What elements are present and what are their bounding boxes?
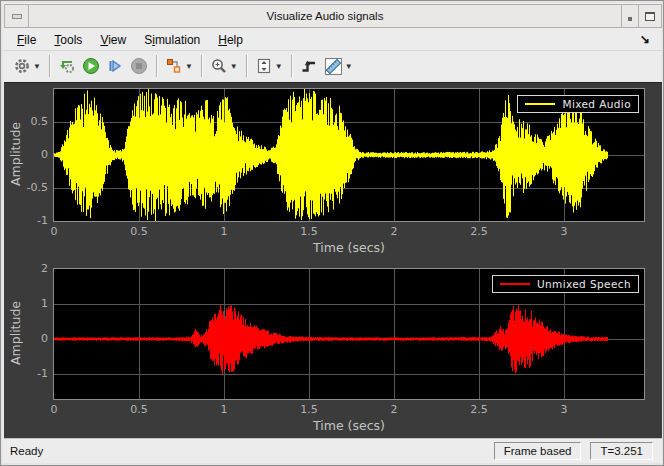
measurements-button[interactable]: ▼ (322, 54, 355, 78)
x-tick-label: 1 (221, 403, 228, 416)
x-tick-label: 0.5 (130, 403, 148, 416)
menu-item-tools[interactable]: Tools (45, 31, 91, 49)
toolbar-separator (246, 55, 247, 77)
magnifier-plus-icon (210, 57, 228, 75)
chevron-down-icon[interactable]: ▼ (33, 62, 41, 71)
unmixed-speech-plot[interactable]: Unmixed Speech (53, 268, 645, 400)
x-axis-label: Time (secs) (313, 418, 385, 433)
x-tick-label: 0.5 (130, 225, 148, 238)
toolbar-separator (201, 55, 202, 77)
step-forward-icon (106, 57, 124, 75)
zoom-button[interactable]: ▼ (208, 54, 240, 78)
x-tick-label: 1.5 (300, 403, 318, 416)
dock-arrow-icon[interactable]: ↘ (640, 32, 650, 46)
maximize-button[interactable] (638, 5, 661, 27)
trigger-button[interactable] (298, 54, 320, 78)
toolbar-separator (291, 55, 292, 77)
menu-item-simulation[interactable]: Simulation (135, 31, 209, 49)
window-title: Visualize Audio signals (29, 5, 621, 27)
legend-label: Mixed Audio (562, 98, 631, 110)
legend-line-sample (500, 283, 530, 285)
x-tick-label: 3 (561, 225, 568, 238)
menu-item-help[interactable]: Help (209, 31, 252, 49)
toolbar: ▼ (4, 50, 662, 81)
chevron-down-icon[interactable]: ▼ (275, 62, 283, 71)
step-back-icon (58, 57, 76, 75)
window-menu-icon (12, 14, 22, 19)
frame-mode-indicator: Frame based (494, 442, 582, 460)
chevron-down-icon[interactable]: ▼ (230, 62, 238, 71)
trigger-icon (300, 57, 318, 75)
x-tick-label: 2 (391, 225, 398, 238)
maximize-icon (645, 12, 655, 21)
toolbar-separator (49, 55, 50, 77)
menu-item-file[interactable]: File (8, 31, 45, 49)
step-back-button[interactable] (56, 54, 78, 78)
x-tick-label: 0 (51, 403, 58, 416)
chevron-down-icon[interactable]: ▼ (345, 62, 353, 71)
legend-unmixed-speech[interactable]: Unmixed Speech (492, 275, 639, 293)
menu-item-view[interactable]: View (91, 31, 135, 49)
x-tick-label: 0 (51, 225, 58, 238)
x-tick-label: 2.5 (470, 225, 488, 238)
signal-selector-button[interactable]: ▼ (163, 54, 195, 78)
stop-button[interactable] (128, 54, 150, 78)
scope-display-area: Mixed Audio Unmixed Speech 0.50-0.5-100.… (4, 82, 662, 438)
chevron-down-icon[interactable]: ▼ (185, 62, 193, 71)
sim-time-indicator: T=3.251 (590, 442, 653, 460)
x-axis-label: Time (secs) (313, 240, 385, 255)
x-tick-label: 1.5 (300, 225, 318, 238)
x-tick-label: 1 (221, 225, 228, 238)
status-text: Ready (10, 445, 43, 457)
minimize-icon (628, 17, 632, 21)
x-tick-label: 3 (561, 403, 568, 416)
ruler-icon (324, 57, 343, 76)
x-tick-label: 2 (391, 403, 398, 416)
x-tick-label: 2.5 (470, 403, 488, 416)
settings-button[interactable]: ▼ (11, 54, 43, 78)
minimize-button[interactable] (621, 5, 638, 27)
mixed-audio-plot[interactable]: Mixed Audio (53, 88, 645, 222)
y-axis-label: Amplitude (6, 268, 24, 398)
menu-bar: File Tools View Simulation Help ↘ (4, 30, 662, 50)
fit-to-view-icon (255, 57, 273, 75)
legend-label: Unmixed Speech (537, 278, 631, 290)
gear-icon (13, 57, 31, 75)
toolbar-separator (156, 55, 157, 77)
stop-icon (130, 57, 148, 75)
status-bar: Ready Frame based T=3.251 (4, 438, 662, 463)
signal-selector-icon (165, 57, 183, 75)
legend-line-sample (525, 103, 555, 105)
play-icon (82, 57, 100, 75)
legend-mixed-audio[interactable]: Mixed Audio (517, 95, 639, 113)
y-axis-label: Amplitude (6, 88, 24, 220)
window-menu-button[interactable] (5, 5, 29, 27)
scope-window: Visualize Audio signals File Tools View … (0, 0, 664, 466)
step-forward-button[interactable] (104, 54, 126, 78)
run-button[interactable] (80, 54, 102, 78)
fit-to-view-button[interactable]: ▼ (253, 54, 285, 78)
title-bar[interactable]: Visualize Audio signals (4, 4, 662, 28)
